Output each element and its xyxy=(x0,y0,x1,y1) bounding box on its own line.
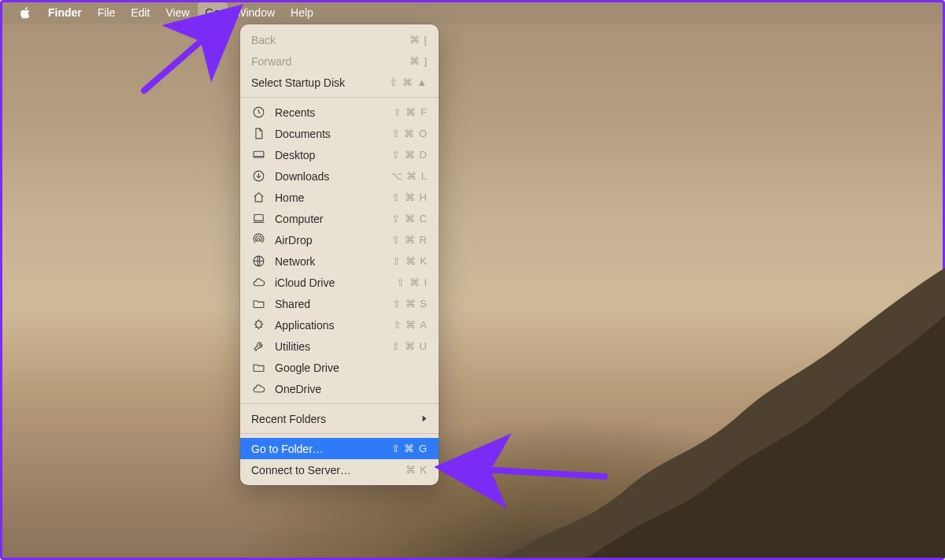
menubar-item-help[interactable]: Help xyxy=(283,2,321,24)
menu-item-network[interactable]: Network ⇧ ⌘ K xyxy=(240,250,439,272)
go-menu-dropdown: Back ⌘ [ Forward ⌘ ] Select Startup Disk… xyxy=(240,24,439,485)
menu-item-shortcut: ⌘ K xyxy=(406,464,428,476)
desktop-icon xyxy=(251,148,265,162)
svg-rect-3 xyxy=(254,215,262,221)
download-icon xyxy=(251,169,265,184)
menu-separator xyxy=(240,433,439,434)
computer-icon xyxy=(251,212,265,226)
menu-item-label: Connect to Server… xyxy=(251,464,406,477)
menu-item-label: iCloud Drive xyxy=(275,276,396,289)
menu-item-shortcut: ⇧ ⌘ ▲ xyxy=(389,76,428,88)
menu-item-go-to-folder[interactable]: Go to Folder… ⇧ ⌘ G xyxy=(240,438,439,459)
menu-item-shared[interactable]: Shared ⇧ ⌘ S xyxy=(240,293,439,314)
menu-item-label: Utilities xyxy=(275,340,391,353)
menubar-app-name[interactable]: Finder xyxy=(40,2,90,24)
menubar: Finder File Edit View Go Window Help xyxy=(2,2,943,24)
clock-icon xyxy=(251,106,265,120)
applications-icon xyxy=(251,318,265,332)
menu-item-documents[interactable]: Documents ⇧ ⌘ O xyxy=(240,123,439,144)
folder-icon xyxy=(251,297,265,311)
apple-menu-icon[interactable] xyxy=(17,6,32,20)
menu-item-label: Forward xyxy=(251,55,410,68)
menu-item-label: Downloads xyxy=(275,170,391,183)
menu-item-recent-folders[interactable]: Recent Folders xyxy=(240,408,439,429)
menu-item-shortcut: ⇧ ⌘ G xyxy=(391,443,428,454)
menu-item-onedrive[interactable]: OneDrive xyxy=(240,378,439,399)
menu-item-label: Computer xyxy=(275,213,391,225)
menubar-item-file[interactable]: File xyxy=(90,2,124,24)
menu-item-shortcut: ⇧ ⌘ S xyxy=(392,298,428,310)
menu-item-utilities[interactable]: Utilities ⇧ ⌘ U xyxy=(240,336,439,357)
menu-item-shortcut: ⇧ ⌘ K xyxy=(392,255,428,267)
menu-item-desktop[interactable]: Desktop ⇧ ⌘ D xyxy=(240,144,439,165)
home-icon xyxy=(251,191,265,205)
menu-item-label: Recents xyxy=(275,106,393,119)
menu-item-label: Applications xyxy=(275,319,393,332)
menu-item-forward: Forward ⌘ ] xyxy=(240,50,439,72)
menu-item-shortcut: ⇧ ⌘ A xyxy=(393,319,428,331)
menu-item-shortcut: ⇧ ⌘ O xyxy=(391,128,428,139)
annotation-arrow-mid xyxy=(443,459,609,483)
folder-icon xyxy=(251,361,265,375)
submenu-chevron-icon xyxy=(421,413,428,425)
menu-item-home[interactable]: Home ⇧ ⌘ H xyxy=(240,187,439,208)
menu-item-shortcut: ⌘ [ xyxy=(410,34,428,46)
menubar-item-go[interactable]: Go xyxy=(198,2,228,24)
menu-item-label: OneDrive xyxy=(275,383,428,395)
menu-item-label: Network xyxy=(275,255,392,268)
desktop: Finder File Edit View Go Window Help Bac… xyxy=(0,0,945,560)
network-icon xyxy=(251,254,265,269)
menu-item-shortcut: ⌘ ] xyxy=(410,55,428,67)
menu-item-back: Back ⌘ [ xyxy=(240,29,439,50)
menu-item-shortcut: ⇧ ⌘ H xyxy=(391,191,428,203)
menu-item-label: Home xyxy=(275,191,391,204)
menu-item-label: Recent Folders xyxy=(251,413,421,425)
menu-item-shortcut: ⇧ ⌘ R xyxy=(391,234,428,246)
menu-item-icloud-drive[interactable]: iCloud Drive ⇧ ⌘ I xyxy=(240,272,439,293)
menu-item-shortcut: ⇧ ⌘ C xyxy=(391,213,428,224)
menu-item-label: AirDrop xyxy=(275,234,391,247)
menu-item-label: Google Drive xyxy=(275,362,428,374)
menubar-item-view[interactable]: View xyxy=(158,2,197,24)
menu-item-connect-to-server[interactable]: Connect to Server… ⌘ K xyxy=(240,459,439,480)
svg-point-4 xyxy=(257,239,260,242)
menu-separator xyxy=(240,403,439,404)
menubar-item-edit[interactable]: Edit xyxy=(123,2,158,24)
wrench-icon xyxy=(251,339,265,354)
menu-item-label: Go to Folder… xyxy=(251,443,391,455)
menu-separator xyxy=(240,97,439,98)
menu-item-recents[interactable]: Recents ⇧ ⌘ F xyxy=(240,102,439,123)
menu-item-applications[interactable]: Applications ⇧ ⌘ A xyxy=(240,314,439,336)
menubar-item-window[interactable]: Window xyxy=(228,2,283,24)
menu-item-label: Select Startup Disk xyxy=(251,76,389,89)
menu-item-shortcut: ⇧ ⌘ F xyxy=(393,106,428,118)
menu-item-label: Back xyxy=(251,34,410,46)
menu-item-shortcut: ⌥ ⌘ L xyxy=(391,170,428,182)
menu-item-label: Documents xyxy=(275,128,391,140)
menu-item-shortcut: ⇧ ⌘ I xyxy=(396,276,428,288)
cloud-icon xyxy=(251,382,265,396)
document-icon xyxy=(251,127,265,141)
cloud-icon xyxy=(251,276,265,290)
menu-item-select-startup-disk[interactable]: Select Startup Disk ⇧ ⌘ ▲ xyxy=(240,72,439,93)
menu-item-google-drive[interactable]: Google Drive xyxy=(240,357,439,378)
menu-item-shortcut: ⇧ ⌘ D xyxy=(391,149,428,161)
menu-item-label: Shared xyxy=(275,298,392,310)
airdrop-icon xyxy=(251,233,265,247)
menu-item-downloads[interactable]: Downloads ⌥ ⌘ L xyxy=(240,165,439,187)
menu-item-airdrop[interactable]: AirDrop ⇧ ⌘ R xyxy=(240,229,439,250)
menu-item-computer[interactable]: Computer ⇧ ⌘ C xyxy=(240,208,439,229)
menu-item-label: Desktop xyxy=(275,149,391,161)
menu-item-shortcut: ⇧ ⌘ U xyxy=(391,340,428,352)
wallpaper-mountain xyxy=(2,243,945,558)
